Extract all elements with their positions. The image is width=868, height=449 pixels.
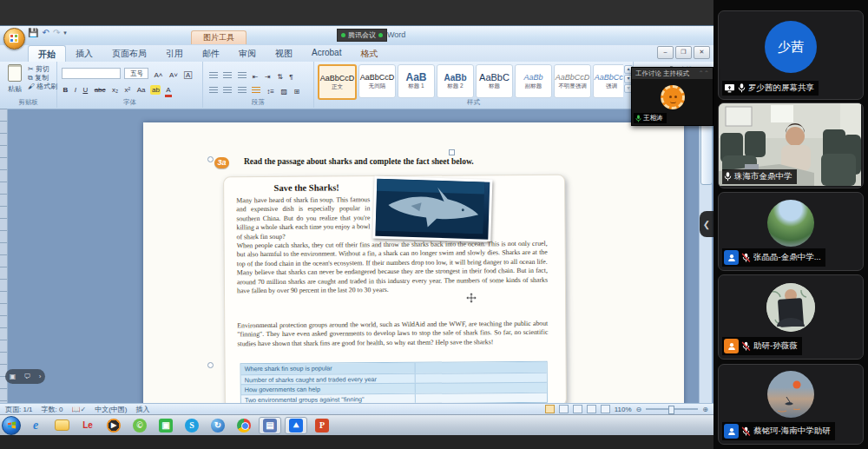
- show-marks-icon[interactable]: ¶: [288, 72, 294, 82]
- taskbar-word-icon[interactable]: ▤: [259, 417, 281, 434]
- tab-insert[interactable]: 插入: [66, 45, 102, 62]
- pill-expand-chevron-icon[interactable]: ›: [39, 373, 42, 380]
- tab-view[interactable]: 视图: [266, 45, 302, 62]
- participant-tile-sharer[interactable]: 少茜 罗少茜的屏幕共享: [718, 10, 864, 100]
- align-center-icon[interactable]: [223, 87, 232, 94]
- style-chip-normal[interactable]: AaBbCcD正文: [318, 64, 357, 100]
- align-right-icon[interactable]: [238, 87, 247, 94]
- strikethrough-button[interactable]: abc: [93, 85, 107, 95]
- answer-blank[interactable]: [415, 383, 546, 393]
- justify-icon[interactable]: [252, 87, 260, 94]
- annotate-chat-icon[interactable]: 🗩: [23, 373, 30, 380]
- tab-references[interactable]: 引用: [156, 45, 193, 62]
- style-chip-title[interactable]: AaBbC标题: [476, 64, 513, 98]
- zoom-slider-knob[interactable]: [668, 406, 674, 414]
- taskbar-skype-icon[interactable]: S: [181, 417, 203, 434]
- taskbar-letv-icon[interactable]: Le: [76, 417, 99, 434]
- format-painter-button[interactable]: 🖌 格式刷: [28, 83, 57, 91]
- view-draft-icon[interactable]: [601, 405, 610, 413]
- subscript-button[interactable]: x₂: [111, 85, 120, 95]
- scrollbar-thumb[interactable]: [700, 122, 713, 185]
- vertical-scrollbar[interactable]: ▲ ▼: [699, 109, 712, 429]
- taskbar-media-player-icon[interactable]: ▶: [102, 417, 125, 434]
- font-size-combobox[interactable]: 五号: [124, 68, 148, 79]
- view-print-layout-icon[interactable]: [545, 405, 555, 413]
- grow-font-icon[interactable]: A˄: [153, 70, 164, 80]
- bullets-icon[interactable]: [209, 72, 218, 79]
- status-language[interactable]: 中文(中国): [95, 405, 127, 414]
- sidebar-collapse-arrow[interactable]: ❮: [700, 211, 713, 237]
- style-chip-heading1[interactable]: AaB标题 1: [398, 64, 435, 98]
- status-wordcount[interactable]: 字数: 0: [42, 405, 63, 414]
- style-chip-subtitle[interactable]: AaBb副标题: [515, 64, 552, 98]
- shark-photo[interactable]: [372, 176, 492, 242]
- participant-tile-cai[interactable]: 蔡铭珂-海南中学助研: [718, 364, 864, 445]
- borders-icon[interactable]: ⊞: [293, 87, 301, 96]
- clear-formatting-icon[interactable]: 🄰: [183, 70, 194, 80]
- tab-mailings[interactable]: 邮件: [193, 45, 229, 62]
- line-spacing-icon[interactable]: ↕≡: [266, 87, 276, 96]
- italic-button[interactable]: I: [73, 85, 77, 95]
- paste-button[interactable]: 粘贴: [3, 64, 26, 96]
- participant-tile-sun[interactable]: 助研-孙薇薇: [718, 274, 864, 360]
- selection-handle-topleft[interactable]: [207, 156, 214, 162]
- shrink-font-icon[interactable]: A˅: [168, 70, 179, 80]
- annotation-toolbar-pill[interactable]: ▣ 🗩 ›: [5, 369, 45, 384]
- bold-button[interactable]: B: [62, 85, 69, 95]
- selection-handle-topcenter[interactable]: [449, 149, 455, 155]
- tab-picture-format[interactable]: 格式: [351, 45, 387, 62]
- meeting-float-panel[interactable]: 工作讨论 主持模式 ⌃⌃ 王相涛: [631, 67, 713, 126]
- qat-dropdown-icon[interactable]: ▾: [63, 29, 67, 37]
- decrease-indent-icon[interactable]: ⇤: [251, 72, 260, 82]
- zoom-out-button[interactable]: ⊖: [636, 406, 642, 413]
- undo-icon[interactable]: ↶: [42, 29, 49, 37]
- view-fullscreen-icon[interactable]: [559, 405, 569, 413]
- taskbar-powerpoint-icon[interactable]: P: [311, 417, 333, 434]
- multilevel-list-icon[interactable]: [238, 72, 247, 79]
- status-page[interactable]: 页面: 1/1: [5, 405, 33, 414]
- view-web-icon[interactable]: [573, 405, 582, 413]
- selection-handle-leftmid[interactable]: [207, 362, 214, 368]
- save-icon[interactable]: 💾: [28, 29, 38, 37]
- tab-page-layout[interactable]: 页面布局: [102, 45, 156, 62]
- font-name-combobox[interactable]: [62, 68, 121, 79]
- participant-tile-classroom[interactable]: 珠海市金鼎中学: [718, 102, 864, 188]
- spellcheck-icon[interactable]: 📖✓: [71, 406, 86, 413]
- answer-blank[interactable]: [415, 373, 546, 383]
- taskbar-tencent-meeting-icon[interactable]: ⛰: [285, 417, 307, 434]
- taskbar-green-app-icon[interactable]: ©: [128, 417, 151, 434]
- minimize-button[interactable]: –: [657, 46, 674, 59]
- document-canvas[interactable]: 3a Read the passage about sharks and com…: [7, 109, 700, 429]
- style-chip-subtle-emphasis[interactable]: AaBbCcD不明显强调: [554, 64, 591, 98]
- zoom-in-button[interactable]: ⊕: [702, 406, 708, 413]
- maximize-button[interactable]: ❐: [675, 46, 692, 59]
- style-chip-emphasis[interactable]: AaBbCcD强调: [593, 64, 623, 98]
- document-page[interactable]: 3a Read the passage about sharks and com…: [143, 122, 684, 429]
- tab-review[interactable]: 审阅: [229, 45, 266, 62]
- view-outline-icon[interactable]: [587, 405, 596, 413]
- taskbar-chrome-icon[interactable]: [233, 417, 255, 434]
- zoom-level[interactable]: 110%: [615, 406, 632, 413]
- align-left-icon[interactable]: [209, 87, 218, 94]
- redo-icon[interactable]: ↷: [53, 29, 60, 37]
- highlight-button[interactable]: ab: [150, 85, 161, 95]
- taskbar-ie-icon[interactable]: e: [24, 417, 47, 434]
- shading-icon[interactable]: ▨: [279, 87, 289, 96]
- participant-tile-zhang[interactable]: 张晶晶-金鼎中学...: [718, 192, 864, 271]
- taskbar-360-browser-icon[interactable]: ↻: [207, 417, 229, 434]
- style-chip-heading2[interactable]: AaBb标题 2: [437, 64, 474, 98]
- close-button[interactable]: ✕: [694, 46, 710, 59]
- change-case-button[interactable]: Aa: [135, 85, 147, 95]
- start-button[interactable]: [2, 416, 21, 435]
- taskbar-green-square-app-icon[interactable]: ▣: [155, 417, 177, 434]
- status-insert-mode[interactable]: 插入: [136, 405, 150, 414]
- tab-acrobat[interactable]: Acrobat: [302, 45, 351, 62]
- style-chip-no-spacing[interactable]: AaBbCcD无间隔: [358, 64, 396, 98]
- increase-indent-icon[interactable]: ⇥: [264, 72, 273, 82]
- office-button[interactable]: [3, 28, 25, 50]
- superscript-button[interactable]: x²: [123, 85, 132, 95]
- font-color-button[interactable]: A: [165, 85, 172, 97]
- numbering-icon[interactable]: [223, 72, 232, 79]
- cut-button[interactable]: ✂ 剪切: [28, 65, 57, 74]
- copy-button[interactable]: ⧉ 复制: [28, 74, 57, 83]
